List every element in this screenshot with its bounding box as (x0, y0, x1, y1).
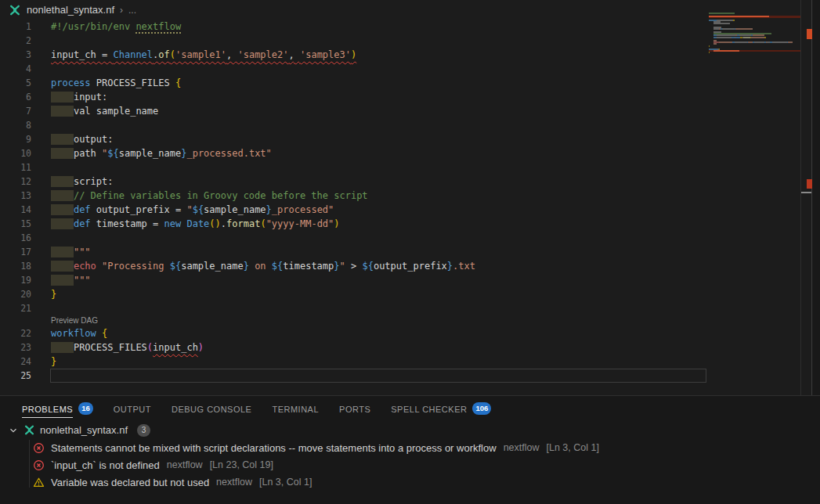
code-line[interactable]: 2 (0, 34, 475, 48)
code-line[interactable]: 8 (0, 118, 475, 132)
code-line[interactable]: 25 (0, 369, 475, 383)
code-line[interactable]: 9 output: (0, 132, 475, 146)
chevron-down-icon[interactable] (8, 425, 19, 436)
line-number: 11 (0, 160, 31, 175)
line-content: input_ch = Channel.of('sample1', 'sample… (51, 48, 356, 62)
code-token: ${ (272, 261, 283, 272)
line-number: 3 (0, 48, 31, 62)
code-area[interactable]: 1#!/usr/bin/env nextflow23input_ch = Cha… (0, 20, 475, 383)
line-number: 24 (0, 355, 31, 369)
indent-highlight (51, 218, 74, 229)
overview-ruler[interactable] (800, 0, 812, 395)
code-line[interactable]: 21 (0, 301, 475, 315)
code-token: input_ch = (51, 49, 113, 60)
code-token: , (226, 49, 237, 60)
line-content: """ (51, 245, 91, 259)
bottom-panel: PROBLEMS16OUTPUTDEBUG CONSOLETERMINALPOR… (0, 395, 820, 504)
code-token: ( (147, 342, 153, 353)
problem-row[interactable]: Statements cannot be mixed with script d… (0, 439, 820, 456)
code-token: 'sample1' (175, 49, 226, 60)
editor-region: nonlethal_syntax.nf › ... 1#!/usr/bin/en… (0, 0, 820, 395)
code-line[interactable]: 17 """ (0, 245, 475, 259)
panel-tab-ports[interactable]: PORTS (339, 400, 370, 418)
minimap[interactable] (709, 13, 800, 56)
code-token: } (244, 261, 249, 272)
problems-file-name: nonlethal_syntax.nf (40, 424, 128, 436)
warning-icon (33, 477, 45, 488)
code-line[interactable]: 12 script: (0, 175, 475, 189)
ruler-error-marker (807, 29, 812, 39)
nextflow-file-icon (23, 424, 35, 436)
tab-label: TERMINAL (272, 400, 319, 418)
panel-tab-spell-checker[interactable]: SPELL CHECKER106 (391, 400, 491, 418)
line-number: 19 (0, 273, 31, 287)
problem-message: Variable was declared but not used (51, 477, 209, 488)
code-line[interactable]: 1#!/usr/bin/env nextflow (0, 20, 475, 34)
line-number: 22 (0, 326, 31, 340)
code-line[interactable]: 20} (0, 287, 475, 301)
code-token: ${ (107, 148, 118, 159)
code-token: "yyyy-MM-dd" (266, 218, 334, 229)
problem-location: [Ln 3, Col 1] (547, 442, 599, 453)
code-line[interactable]: 24} (0, 355, 475, 369)
line-number: 13 (0, 189, 31, 203)
line-number: 12 (0, 175, 31, 189)
code-token: { (102, 328, 107, 339)
error-icon (33, 442, 45, 454)
code-token: } (334, 261, 339, 272)
code-line[interactable]: 4 (0, 62, 475, 76)
code-token: output: (74, 134, 114, 145)
breadcrumb-filename[interactable]: nonlethal_syntax.nf (27, 4, 114, 16)
line-number: 16 (0, 231, 31, 245)
code-line[interactable]: 18 echo "Processing ${sample_name} on ${… (0, 259, 475, 273)
code-line[interactable]: 3input_ch = Channel.of('sample1', 'sampl… (0, 48, 475, 62)
code-token: ( (170, 49, 175, 60)
problems-tree: nonlethal_syntax.nf 3 Statements cannot … (0, 421, 820, 491)
problem-row[interactable]: `input_ch` is not definednextflow[Ln 23,… (0, 456, 820, 473)
line-number: 7 (0, 104, 31, 118)
ruler-cursor-marker (801, 192, 811, 193)
code-token: input_ch (153, 342, 198, 353)
panel-tab-output[interactable]: OUTPUT (114, 400, 151, 418)
code-token: " (340, 261, 345, 272)
code-line[interactable]: 23 PROCESS_FILES(input_ch) (0, 340, 475, 355)
code-line[interactable]: 22workflow { (0, 326, 475, 340)
code-token: def (74, 218, 91, 229)
code-token: ( (260, 218, 266, 229)
code-line[interactable]: 6 input: (0, 90, 475, 104)
line-content: workflow { (51, 326, 107, 340)
indent-highlight (51, 275, 74, 286)
code-token: """ (74, 247, 91, 257)
codelens-preview-dag[interactable]: Preview DAG (0, 315, 475, 326)
tab-label: SPELL CHECKER (391, 400, 467, 418)
code-line[interactable]: 14 def output_prefix = "${sample_name}_p… (0, 203, 475, 217)
indent-highlight (51, 106, 74, 117)
code-line[interactable]: 10 path "${sample_name}_processed.txt" (0, 146, 475, 160)
code-line[interactable]: 11 (0, 160, 475, 175)
panel-tab-problems[interactable]: PROBLEMS16 (22, 400, 93, 418)
code-token: new (164, 218, 182, 229)
code-token: " (186, 204, 192, 215)
problems-file-group[interactable]: nonlethal_syntax.nf 3 (0, 421, 820, 439)
panel-tab-terminal[interactable]: TERMINAL (272, 400, 319, 418)
code-line[interactable]: 16 (0, 231, 475, 245)
tab-badge: 16 (78, 402, 93, 415)
code-line[interactable]: 13 // Define variables in Groovy code be… (0, 189, 475, 203)
code-line[interactable]: 19 """ (0, 273, 475, 287)
problem-row[interactable]: Variable was declared but not usednextfl… (0, 473, 820, 491)
line-number: 14 (0, 203, 31, 217)
code-line[interactable]: 5process PROCESS_FILES { (0, 76, 475, 90)
code-line[interactable]: 15 def timestamp = new Date().format("yy… (0, 217, 475, 231)
breadcrumb[interactable]: nonlethal_syntax.nf › ... (0, 0, 820, 20)
problems-count-badge: 3 (137, 424, 150, 437)
code-token: input: (74, 92, 107, 103)
line-number: 4 (0, 62, 31, 76)
problem-source: nextflow (504, 442, 540, 453)
line-content: input: (51, 90, 107, 104)
code-line[interactable]: 7 val sample_name (0, 104, 475, 118)
line-content: PROCESS_FILES(input_ch) (51, 340, 204, 355)
code-token: Channel (113, 49, 153, 60)
panel-tab-debug-console[interactable]: DEBUG CONSOLE (172, 400, 251, 418)
indent-highlight (51, 148, 74, 159)
breadcrumb-more[interactable]: ... (128, 5, 136, 16)
